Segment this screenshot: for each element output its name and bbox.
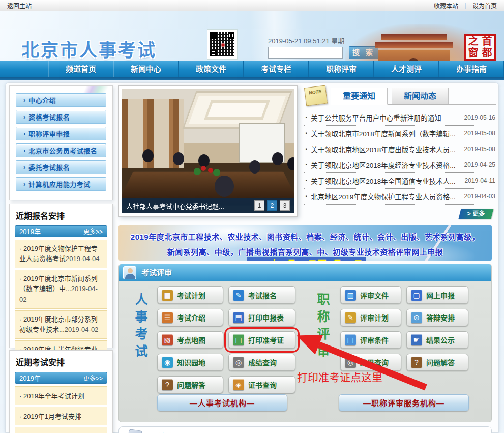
sidebar-menu-item[interactable]: ›委托考试报名 [16, 160, 106, 174]
action-button-printer[interactable]: ▤打印申报表 [228, 309, 295, 326]
signup-year-bar: 2019年 更多>> [15, 225, 107, 237]
news-tab[interactable]: 重要通知 [331, 88, 388, 105]
menu-item-label: 职称评审申报 [28, 129, 70, 138]
pager-button[interactable]: 3 [280, 200, 290, 211]
exam-list-item[interactable]: · 2019年2月考试安排 [15, 427, 107, 433]
action-button-map[interactable]: ▧考点地图 [157, 331, 223, 349]
meeting-photo [122, 89, 294, 213]
news-date: 2019-05-08 [464, 146, 495, 153]
news-title: 关于领取北京地区2018年度经济专业技术资格... [311, 160, 460, 170]
action-button-label: 考试报名 [248, 290, 277, 300]
news-title: 北京地区2019年度文物保护工程专业人员资格... [311, 191, 460, 201]
nav-item[interactable]: 考试专栏 [244, 61, 309, 77]
exam-list-item[interactable]: · 2019年1月考试安排 [15, 407, 107, 425]
action-button-clock-doc[interactable]: ⊙答辩安排 [406, 309, 468, 326]
action-button-magnifier-doc[interactable]: ◎成绩查询 [228, 354, 295, 371]
sidebar-menu-item[interactable]: ›中心介绍 [16, 93, 106, 107]
printer-ticket-icon: ▤ [233, 334, 244, 345]
nav-item[interactable]: 办事指南 [439, 61, 504, 77]
list-info-icon: ☰ [162, 312, 173, 323]
signup-list-item[interactable]: · 2019年度北京市新闻系列（数字编辑）中...2019-04-02 [15, 270, 107, 308]
sidebar-menu-item[interactable]: ›北京市公务员考试报名 [16, 143, 106, 157]
pager-button[interactable]: 1 [254, 200, 264, 211]
signup-list-item[interactable]: · 2019年度北京市部分系列初级专业技术...2019-04-02 [15, 310, 107, 339]
pager-button[interactable]: 2 [267, 200, 277, 211]
action-button-clipboard-doc[interactable]: ▥评审文件 [340, 286, 401, 304]
favorite-site-link[interactable]: 收藏本站 [434, 1, 458, 10]
seal-character: 之 [466, 36, 480, 47]
news-title: 关于领取北京地区2018年度出版专业技术人员... [311, 144, 460, 154]
action-button-calendar-plan[interactable]: ▦考试计划 [157, 286, 223, 304]
action-button-notepad-pencil[interactable]: ✎评审计划 [340, 309, 401, 326]
signup-list-item[interactable]: · 2019年度文物保护工程专业人员资格考试2019-04-04 [15, 240, 107, 268]
action-button-label: 评审文件 [360, 290, 389, 300]
action-button-pen-book[interactable]: ✎考试报名 [228, 286, 295, 304]
footer-section-title: 政策文件 [150, 430, 184, 433]
action-button-qa-chart[interactable]: ?问题解答 [406, 354, 468, 371]
news-list-item[interactable]: ·北京地区2019年度文物保护工程专业人员资格...2019-04-03 [304, 189, 495, 205]
menu-item-label: 北京市公务员考试报名 [28, 146, 97, 155]
action-button-document[interactable]: ▤评审条件 [340, 331, 401, 349]
title-review-label: 职称评审 [313, 293, 332, 362]
photo-slider[interactable]: 人社部人事考试中心党委书记赵... 123 [118, 85, 298, 217]
map-icon: ▧ [162, 334, 173, 345]
menu-item-label: 中心介绍 [28, 95, 56, 105]
action-button-monitor[interactable]: ▢网上申报 [406, 286, 468, 304]
bullet-icon: · [305, 176, 308, 185]
news-list-item[interactable]: ·关于领取北京地区2018年度经济专业技术资格...2019-04-25 [304, 157, 495, 173]
sidebar-menu-item[interactable]: ›职称评审申报 [16, 127, 106, 140]
action-button-label: 网上申报 [426, 290, 455, 300]
main-navigation: 频道首页新闻中心政策文件考试专栏职称评审人才测评办事指南 [0, 61, 504, 77]
back-to-main-site-link[interactable]: 返回主站 [7, 1, 32, 10]
seal-character: 窗 [466, 47, 480, 59]
chevron-right-icon: › [23, 113, 25, 121]
news-tab[interactable]: 新闻动态 [392, 88, 449, 104]
item-date: 2019-04-02 [65, 326, 99, 333]
news-more-button[interactable]: > 更多 [459, 209, 494, 219]
qr-code [207, 30, 237, 59]
page: 返回主站 收藏本站 ｜ 设为首页 北京市人事考试 2019-05-21 09:5… [0, 0, 504, 433]
news-list-item[interactable]: ·关于公共服务平台用户中心重新注册的通知2019-05-16 [304, 110, 495, 126]
nav-item[interactable]: 职称评审 [309, 61, 374, 77]
pen-book-icon: ✎ [233, 290, 244, 301]
signup-section-title: 近期报名安排 [16, 209, 107, 221]
nav-item[interactable]: 频道首页 [48, 61, 113, 77]
bullet-icon: · [305, 113, 308, 122]
chevron-right-icon: › [23, 96, 25, 104]
action-button-label: 打印申报表 [248, 312, 284, 323]
org-button[interactable]: —人事考试机构— [157, 394, 287, 411]
news-list-item[interactable]: ·关于领取北京地区2018年全国通信专业技术人...2019-04-11 [304, 173, 495, 189]
news-date: 2019-05-08 [464, 130, 495, 137]
nav-item[interactable]: 人才测评 [374, 61, 439, 77]
photo-caption-bar: 人社部人事考试中心党委书记赵... 123 [122, 198, 294, 213]
nav-item[interactable]: 新闻中心 [113, 61, 179, 77]
action-button-list-info[interactable]: ☰考试介绍 [157, 309, 223, 326]
action-button-qa-chart[interactable]: ?问题解答 [157, 376, 223, 393]
action-button-label: 考试介绍 [177, 312, 205, 323]
org-button[interactable]: —职称评审服务机构— [339, 394, 469, 411]
chevron-right-icon: › [23, 163, 25, 171]
exams-more-link[interactable]: 更多>> [83, 373, 103, 382]
sidebar-menu-item[interactable]: ›计算机应用能力考试 [16, 177, 106, 191]
personnel-exam-label: 人事考试 [131, 293, 150, 362]
signup-more-link[interactable]: 更多>> [83, 227, 103, 236]
news-list-item[interactable]: ·关于领取北京市2018年度新闻系列（数字编辑...2019-05-08 [304, 126, 495, 141]
sidebar-menu-item[interactable]: ›资格考试报名 [16, 110, 106, 124]
nav-item[interactable]: 政策文件 [179, 61, 244, 77]
action-button-certificate-search[interactable]: ◈证书查询 [228, 376, 295, 393]
action-button-hand-doc[interactable]: ☛结果公示 [406, 331, 468, 349]
action-button-magnifier[interactable]: ◎结果查询 [340, 354, 401, 371]
review-announcement-banner[interactable]: 2019年度北京市工程技术、农业技术、图书资料、档案、经济、统计、会计、出版、艺… [118, 225, 492, 261]
news-title: 关于公共服务平台用户中心重新注册的通知 [311, 112, 460, 123]
action-button-globe[interactable]: ◉知识园地 [157, 354, 223, 371]
slider-pager: 123 [252, 200, 290, 211]
exam-list-item[interactable]: · 2019年全年考试计划 [15, 386, 107, 405]
action-button-label: 问题解答 [426, 357, 455, 367]
site-header: 北京市人事考试 2019-05-21 09:51:21 星期二 搜 索 之首窗都… [0, 11, 504, 61]
action-button-printer-ticket[interactable]: ▤打印准考证 [228, 331, 295, 349]
set-homepage-link[interactable]: 设为首页 [472, 1, 497, 10]
action-button-label: 考点地图 [177, 335, 205, 345]
news-list-item[interactable]: ·关于领取北京地区2018年度出版专业技术人员...2019-05-08 [304, 141, 495, 157]
search-input[interactable] [268, 47, 343, 59]
calendar-plan-icon: ▦ [162, 290, 173, 301]
